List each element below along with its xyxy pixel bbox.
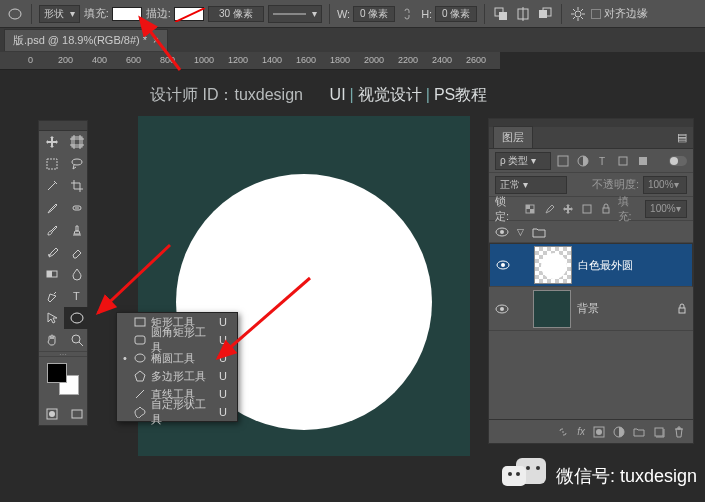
svg-rect-37 <box>135 336 145 344</box>
flyout-item-polygon[interactable]: 多边形工具U <box>117 367 237 385</box>
zoom-tool[interactable] <box>64 329 89 351</box>
svg-rect-36 <box>135 318 145 326</box>
folder-icon[interactable] <box>532 226 546 238</box>
svg-point-31 <box>72 335 80 343</box>
svg-text:T: T <box>73 290 80 302</box>
svg-rect-47 <box>526 205 530 209</box>
shape-tool-flyout: 矩形工具U 圆角矩形工具U •椭圆工具U 多边形工具U 直线工具U 自定形状工具… <box>116 312 238 422</box>
wand-tool[interactable] <box>39 175 64 197</box>
banner-text: 设计师 ID：tuxdesign UI|视觉设计|PS教程 <box>150 85 487 106</box>
filter-smart-icon[interactable] <box>635 153 651 169</box>
svg-point-38 <box>135 354 145 362</box>
new-layer-icon[interactable] <box>653 426 665 438</box>
svg-rect-4 <box>499 12 507 20</box>
stroke-swatch[interactable] <box>174 7 204 21</box>
group-icon[interactable] <box>633 427 645 437</box>
stroke-style-select[interactable]: ▾ <box>268 5 322 23</box>
flyout-item-custom[interactable]: 自定形状工具U <box>117 403 237 421</box>
options-bar: 形状 ▾ 填充: 描边: ▾ W: H: 对齐边缘 <box>0 0 705 28</box>
svg-point-56 <box>500 307 504 311</box>
lock-art-icon[interactable] <box>580 201 595 217</box>
marquee-tool[interactable] <box>39 153 64 175</box>
adjustment-icon[interactable] <box>613 426 625 438</box>
panel-menu-icon[interactable]: ▤ <box>671 127 693 148</box>
svg-rect-44 <box>619 157 627 165</box>
hand-tool[interactable] <box>39 329 64 351</box>
flyout-item-rounded-rect[interactable]: 圆角矩形工具U <box>117 331 237 349</box>
layer-row-white-circle[interactable]: 白色最外圆 <box>489 243 693 287</box>
filter-adjust-icon[interactable] <box>575 153 591 169</box>
layer-thumb <box>533 290 571 328</box>
fill-opacity-input[interactable]: 100%▾ <box>645 200 687 218</box>
path-align-icon[interactable] <box>514 6 532 22</box>
gear-icon[interactable] <box>569 6 587 22</box>
link-layers-icon[interactable] <box>557 426 569 438</box>
chevron-down-icon[interactable]: ▽ <box>517 227 524 237</box>
svg-text:T: T <box>599 156 605 167</box>
svg-point-59 <box>596 429 602 435</box>
wechat-icon <box>502 458 548 494</box>
history-brush-tool[interactable] <box>39 241 64 263</box>
fill-control[interactable]: 填充: <box>84 6 142 21</box>
color-swatches[interactable] <box>39 357 89 403</box>
screenmode-tool[interactable] <box>64 403 89 425</box>
blend-mode-select[interactable]: 正常 ▾ <box>495 176 567 194</box>
lock-paint-icon[interactable] <box>542 201 557 217</box>
align-edges-checkbox[interactable]: 对齐边缘 <box>591 6 648 21</box>
stroke-width-input[interactable] <box>208 6 264 22</box>
trash-icon[interactable] <box>673 426 685 438</box>
svg-line-15 <box>581 17 583 19</box>
path-combine-icon[interactable] <box>492 6 510 22</box>
lasso-tool[interactable] <box>64 153 89 175</box>
eyedropper-tool[interactable] <box>39 197 64 219</box>
layers-tab[interactable]: 图层 <box>493 126 533 148</box>
gradient-tool[interactable] <box>39 263 64 285</box>
pen-tool[interactable] <box>39 285 64 307</box>
document-tab[interactable]: 版.psd @ 18.9%(RGB/8#) *× <box>4 29 168 51</box>
lock-trans-icon[interactable] <box>523 201 538 217</box>
layer-row-background[interactable]: 背景 <box>489 287 693 331</box>
stamp-tool[interactable] <box>64 219 89 241</box>
artboard-tool[interactable] <box>64 131 89 153</box>
svg-line-17 <box>581 9 583 11</box>
type-tool[interactable]: T <box>64 285 89 307</box>
filter-type-icon[interactable]: T <box>595 153 611 169</box>
fill-swatch[interactable] <box>112 7 142 21</box>
filter-shape-icon[interactable] <box>615 153 631 169</box>
path-select-tool[interactable] <box>39 307 64 329</box>
fx-icon[interactable]: fx <box>577 426 585 437</box>
mask-icon[interactable] <box>593 426 605 438</box>
svg-rect-45 <box>639 157 647 165</box>
stroke-control[interactable]: 描边: <box>146 6 204 21</box>
blur-tool[interactable] <box>64 263 89 285</box>
toolbox: T ⋯ <box>38 120 88 426</box>
svg-line-40 <box>136 390 144 398</box>
filter-toggle[interactable] <box>669 156 687 166</box>
heal-tool[interactable] <box>64 197 89 219</box>
document-tabbar: 版.psd @ 18.9%(RGB/8#) *× <box>0 28 705 52</box>
move-tool[interactable] <box>39 131 64 153</box>
path-arrange-icon[interactable] <box>536 6 554 22</box>
eye-icon[interactable] <box>495 227 509 237</box>
lock-pos-icon[interactable] <box>561 201 576 217</box>
link-wh-icon[interactable] <box>399 6 417 22</box>
layer-filter-select[interactable]: ρ 类型 ▾ <box>495 152 551 170</box>
watermark: 微信号: tuxdesign <box>502 458 697 494</box>
lock-all-icon[interactable] <box>599 201 614 217</box>
flyout-item-ellipse[interactable]: •椭圆工具U <box>117 349 237 367</box>
shape-tool[interactable] <box>64 307 89 329</box>
eye-icon[interactable] <box>496 260 512 270</box>
width-input[interactable] <box>353 6 395 22</box>
fg-color-swatch[interactable] <box>47 363 67 383</box>
quickmask-tool[interactable] <box>39 403 64 425</box>
crop-tool[interactable] <box>64 175 89 197</box>
eye-icon[interactable] <box>495 304 511 314</box>
shape-mode-select[interactable]: 形状 ▾ <box>39 5 80 23</box>
filter-image-icon[interactable] <box>555 153 571 169</box>
eraser-tool[interactable] <box>64 241 89 263</box>
opacity-input[interactable]: 100%▾ <box>643 176 687 194</box>
brush-tool[interactable] <box>39 219 64 241</box>
height-input[interactable] <box>435 6 477 22</box>
svg-rect-48 <box>530 209 534 213</box>
close-icon[interactable]: × <box>153 35 159 46</box>
